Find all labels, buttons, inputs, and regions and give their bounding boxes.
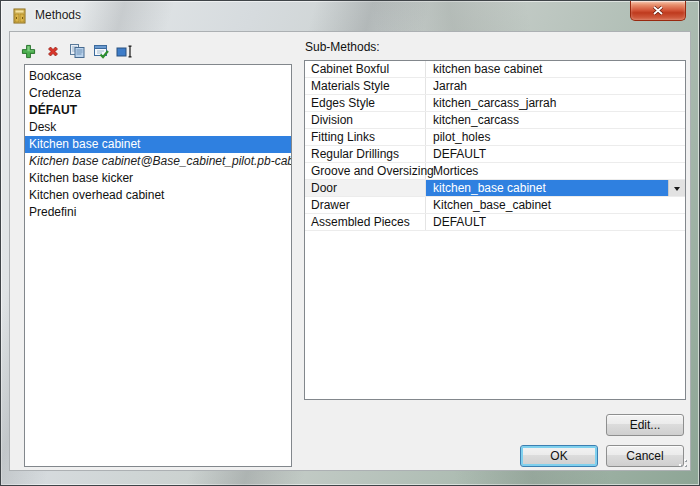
check-properties-button[interactable] (91, 43, 110, 62)
method-list-item[interactable]: Kitchen base kicker (25, 170, 291, 187)
method-label: Kitchen base kicker (29, 171, 133, 185)
sub-method-value[interactable]: pilot_holes (426, 129, 685, 145)
window-title: Methods (35, 1, 81, 30)
sub-method-row[interactable]: Cabinet Boxful kitchen base cabinet (305, 61, 685, 78)
dropdown-arrow-button[interactable] (668, 180, 685, 196)
method-list-item[interactable]: Bookcase (25, 68, 291, 85)
sub-method-value-text: kitchen_carcass_jarrah (433, 96, 556, 110)
method-label: Bookcase (29, 69, 82, 83)
delete-icon (46, 44, 60, 61)
edit-button[interactable]: Edit... (606, 414, 684, 436)
method-list-item[interactable]: Desk (25, 119, 291, 136)
sub-method-value[interactable]: DEFAULT (426, 146, 685, 162)
sub-methods-label: Sub-Methods: (305, 40, 380, 54)
sub-method-name: Division (305, 112, 426, 128)
add-icon (21, 44, 36, 62)
sub-method-value[interactable]: Mortices (426, 163, 685, 179)
sub-method-row[interactable]: Edges Style kitchen_carcass_jarrah (305, 95, 685, 112)
cancel-button[interactable]: Cancel (606, 445, 684, 467)
sub-method-value-text: Kitchen_base_cabinet (433, 198, 551, 212)
copy-method-button[interactable] (67, 43, 86, 62)
chevron-down-icon (674, 187, 680, 194)
sub-methods-table: Cabinet Boxful kitchen base cabinet Mate… (304, 60, 686, 400)
method-label: Desk (29, 120, 56, 134)
sub-method-value[interactable]: kitchen_base cabinet (426, 180, 685, 196)
sub-method-row[interactable]: Materials Style Jarrah (305, 78, 685, 95)
sub-method-value[interactable]: Kitchen_base_cabinet (426, 197, 685, 213)
sub-method-value-text: DEFAULT (433, 215, 486, 229)
method-label: Kitchen overhead cabinet (29, 188, 164, 202)
sub-method-name: Fitting Links (305, 129, 426, 145)
methods-dialog: Methods (0, 0, 700, 486)
sub-method-value-text: pilot_holes (433, 130, 490, 144)
sub-method-row[interactable]: Drawer Kitchen_base_cabinet (305, 197, 685, 214)
method-list-item[interactable]: Kitchen base cabinet@Base_cabinet_pilot.… (25, 153, 291, 170)
method-label: Kitchen base cabinet@Base_cabinet_pilot.… (29, 154, 292, 168)
method-list-item[interactable]: Predefini (25, 204, 291, 221)
method-label: DÉFAUT (29, 103, 77, 117)
method-label: Credenza (29, 86, 81, 100)
sub-method-value-text: kitchen_carcass (433, 113, 519, 127)
sub-method-name: Groove and Oversizing (305, 163, 426, 179)
copy-icon (69, 43, 85, 62)
sub-method-name: Materials Style (305, 78, 426, 94)
sub-method-value-text: Mortices (433, 164, 478, 178)
sub-method-name: Door (305, 180, 426, 196)
sub-method-name: Cabinet Boxful (305, 61, 426, 77)
sub-method-row[interactable]: Assembled Pieces DEFAULT (305, 214, 685, 231)
sub-method-name: Regular Drillings (305, 146, 426, 162)
toolbar (19, 43, 134, 62)
delete-method-button[interactable] (43, 43, 62, 62)
sub-method-row[interactable]: Division kitchen_carcass (305, 112, 685, 129)
rename-method-button[interactable] (115, 43, 134, 62)
ok-button[interactable]: OK (520, 445, 598, 467)
method-list-item[interactable]: Kitchen overhead cabinet (25, 187, 291, 204)
sub-method-value[interactable]: kitchen_carcass (426, 112, 685, 128)
sub-method-value[interactable]: Jarrah (426, 78, 685, 94)
cabinet-app-icon (12, 8, 28, 24)
method-list-item[interactable]: Kitchen base cabinet (25, 136, 291, 153)
close-icon (653, 4, 663, 18)
sub-method-value[interactable]: kitchen base cabinet (426, 61, 685, 77)
method-label: Kitchen base cabinet (29, 137, 140, 151)
sub-method-value-text: Jarrah (433, 79, 467, 93)
close-button[interactable] (630, 1, 686, 21)
sub-method-name: Edges Style (305, 95, 426, 111)
check-properties-icon (93, 43, 109, 62)
methods-list[interactable]: Bookcase Credenza DÉFAUT Desk Kitchen ba… (24, 64, 292, 467)
sub-method-value-text: DEFAULT (433, 147, 486, 161)
sub-method-row[interactable]: Groove and Oversizing Mortices (305, 163, 685, 180)
method-list-item[interactable]: DÉFAUT (25, 102, 291, 119)
sub-method-value[interactable]: DEFAULT (426, 214, 685, 230)
sub-method-name: Drawer (305, 197, 426, 213)
sub-method-name: Assembled Pieces (305, 214, 426, 230)
titlebar[interactable]: Methods (1, 1, 699, 31)
dialog-body: Bookcase Credenza DÉFAUT Desk Kitchen ba… (9, 31, 691, 471)
sub-method-value-text: kitchen base cabinet (433, 62, 542, 76)
sub-method-row[interactable]: Fitting Links pilot_holes (305, 129, 685, 146)
rename-icon (116, 44, 133, 62)
sub-method-value[interactable]: kitchen_carcass_jarrah (426, 95, 685, 111)
sub-method-row[interactable]: Regular Drillings DEFAULT (305, 146, 685, 163)
method-label: Predefini (29, 205, 76, 219)
sub-method-row[interactable]: Door kitchen_base cabinet (305, 180, 685, 197)
resize-grip[interactable] (675, 455, 688, 468)
method-list-item[interactable]: Credenza (25, 85, 291, 102)
add-method-button[interactable] (19, 43, 38, 62)
sub-method-value-text: kitchen_base cabinet (433, 181, 546, 195)
